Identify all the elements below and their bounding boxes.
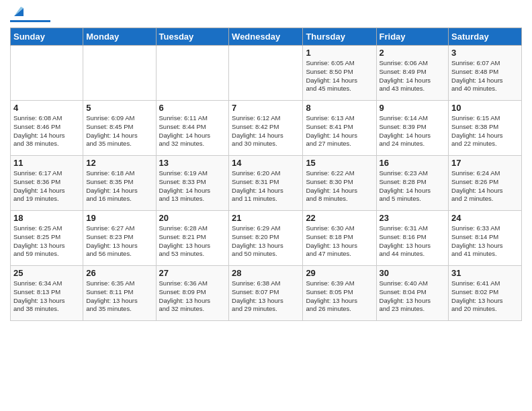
day-info: Sunrise: 6:40 AM Sunset: 8:04 PM Dayligh… xyxy=(380,279,446,314)
col-header-saturday: Saturday xyxy=(449,28,522,46)
day-cell-empty xyxy=(229,46,303,101)
day-cell-19: 19Sunrise: 6:27 AM Sunset: 8:23 PM Dayli… xyxy=(83,211,156,266)
day-cell-17: 17Sunrise: 6:24 AM Sunset: 8:26 PM Dayli… xyxy=(449,156,522,211)
day-info: Sunrise: 6:31 AM Sunset: 8:16 PM Dayligh… xyxy=(380,224,446,259)
col-header-thursday: Thursday xyxy=(303,28,376,46)
calendar-table: SundayMondayTuesdayWednesdayThursdayFrid… xyxy=(10,28,522,321)
day-number: 9 xyxy=(380,103,446,113)
day-number: 14 xyxy=(232,158,300,168)
day-cell-4: 4Sunrise: 6:08 AM Sunset: 8:46 PM Daylig… xyxy=(11,101,83,156)
day-cell-26: 26Sunrise: 6:35 AM Sunset: 8:11 PM Dayli… xyxy=(83,266,156,321)
day-info: Sunrise: 6:29 AM Sunset: 8:20 PM Dayligh… xyxy=(232,224,300,259)
day-number: 17 xyxy=(451,158,519,168)
day-number: 25 xyxy=(13,268,80,278)
day-info: Sunrise: 6:24 AM Sunset: 8:26 PM Dayligh… xyxy=(451,169,519,203)
logo xyxy=(10,7,50,22)
day-cell-24: 24Sunrise: 6:33 AM Sunset: 8:14 PM Dayli… xyxy=(449,211,522,266)
day-info: Sunrise: 6:41 AM Sunset: 8:02 PM Dayligh… xyxy=(451,279,519,314)
day-cell-12: 12Sunrise: 6:18 AM Sunset: 8:35 PM Dayli… xyxy=(83,156,156,211)
day-number: 6 xyxy=(159,103,226,113)
day-info: Sunrise: 6:23 AM Sunset: 8:28 PM Dayligh… xyxy=(380,169,446,203)
day-number: 19 xyxy=(86,213,152,223)
day-number: 5 xyxy=(86,103,152,113)
day-cell-3: 3Sunrise: 6:07 AM Sunset: 8:48 PM Daylig… xyxy=(449,46,522,101)
day-cell-27: 27Sunrise: 6:36 AM Sunset: 8:09 PM Dayli… xyxy=(156,266,229,321)
day-number: 31 xyxy=(451,268,519,278)
day-number: 24 xyxy=(451,213,519,223)
day-cell-25: 25Sunrise: 6:34 AM Sunset: 8:13 PM Dayli… xyxy=(11,266,83,321)
week-row-3: 11Sunrise: 6:17 AM Sunset: 8:36 PM Dayli… xyxy=(11,156,522,211)
day-number: 30 xyxy=(380,268,446,278)
day-number: 29 xyxy=(306,268,373,278)
day-number: 21 xyxy=(232,213,300,223)
day-cell-2: 2Sunrise: 6:06 AM Sunset: 8:49 PM Daylig… xyxy=(376,46,449,101)
day-cell-empty xyxy=(11,46,83,101)
day-number: 20 xyxy=(159,213,226,223)
day-number: 22 xyxy=(306,213,373,223)
day-info: Sunrise: 6:27 AM Sunset: 8:23 PM Dayligh… xyxy=(86,224,152,259)
day-cell-18: 18Sunrise: 6:25 AM Sunset: 8:25 PM Dayli… xyxy=(11,211,83,266)
page: SundayMondayTuesdayWednesdayThursdayFrid… xyxy=(0,0,532,411)
day-number: 23 xyxy=(380,213,446,223)
day-info: Sunrise: 6:36 AM Sunset: 8:09 PM Dayligh… xyxy=(159,279,226,314)
day-number: 28 xyxy=(232,268,300,278)
day-cell-20: 20Sunrise: 6:28 AM Sunset: 8:21 PM Dayli… xyxy=(156,211,229,266)
day-info: Sunrise: 6:39 AM Sunset: 8:05 PM Dayligh… xyxy=(306,279,373,314)
day-number: 4 xyxy=(13,103,80,113)
day-cell-empty xyxy=(156,46,229,101)
col-header-tuesday: Tuesday xyxy=(156,28,229,46)
day-cell-29: 29Sunrise: 6:39 AM Sunset: 8:05 PM Dayli… xyxy=(303,266,376,321)
col-header-friday: Friday xyxy=(376,28,449,46)
day-number: 10 xyxy=(451,103,519,113)
day-info: Sunrise: 6:28 AM Sunset: 8:21 PM Dayligh… xyxy=(159,224,226,259)
day-number: 18 xyxy=(13,213,80,223)
day-number: 13 xyxy=(159,158,226,168)
day-info: Sunrise: 6:25 AM Sunset: 8:25 PM Dayligh… xyxy=(13,224,80,259)
day-info: Sunrise: 6:05 AM Sunset: 8:50 PM Dayligh… xyxy=(306,59,373,93)
day-info: Sunrise: 6:11 AM Sunset: 8:44 PM Dayligh… xyxy=(159,114,226,148)
day-info: Sunrise: 6:15 AM Sunset: 8:38 PM Dayligh… xyxy=(451,114,519,148)
day-info: Sunrise: 6:18 AM Sunset: 8:35 PM Dayligh… xyxy=(86,169,152,203)
day-info: Sunrise: 6:35 AM Sunset: 8:11 PM Dayligh… xyxy=(86,279,152,314)
day-cell-28: 28Sunrise: 6:38 AM Sunset: 8:07 PM Dayli… xyxy=(229,266,303,321)
header xyxy=(10,7,522,22)
day-cell-5: 5Sunrise: 6:09 AM Sunset: 8:45 PM Daylig… xyxy=(83,101,156,156)
day-number: 2 xyxy=(380,48,446,58)
day-info: Sunrise: 6:33 AM Sunset: 8:14 PM Dayligh… xyxy=(451,224,519,259)
day-cell-31: 31Sunrise: 6:41 AM Sunset: 8:02 PM Dayli… xyxy=(449,266,522,321)
day-cell-11: 11Sunrise: 6:17 AM Sunset: 8:36 PM Dayli… xyxy=(11,156,83,211)
day-cell-30: 30Sunrise: 6:40 AM Sunset: 8:04 PM Dayli… xyxy=(376,266,449,321)
day-cell-9: 9Sunrise: 6:14 AM Sunset: 8:39 PM Daylig… xyxy=(376,101,449,156)
day-number: 11 xyxy=(13,158,80,168)
day-cell-23: 23Sunrise: 6:31 AM Sunset: 8:16 PM Dayli… xyxy=(376,211,449,266)
day-info: Sunrise: 6:08 AM Sunset: 8:46 PM Dayligh… xyxy=(13,114,80,148)
col-header-sunday: Sunday xyxy=(11,28,83,46)
day-info: Sunrise: 6:30 AM Sunset: 8:18 PM Dayligh… xyxy=(306,224,373,259)
day-info: Sunrise: 6:17 AM Sunset: 8:36 PM Dayligh… xyxy=(13,169,80,203)
day-cell-14: 14Sunrise: 6:20 AM Sunset: 8:31 PM Dayli… xyxy=(229,156,303,211)
col-header-wednesday: Wednesday xyxy=(229,28,303,46)
col-header-monday: Monday xyxy=(83,28,156,46)
day-cell-15: 15Sunrise: 6:22 AM Sunset: 8:30 PM Dayli… xyxy=(303,156,376,211)
day-number: 7 xyxy=(232,103,300,113)
week-row-2: 4Sunrise: 6:08 AM Sunset: 8:46 PM Daylig… xyxy=(11,101,522,156)
day-info: Sunrise: 6:14 AM Sunset: 8:39 PM Dayligh… xyxy=(380,114,446,148)
week-row-1: 1Sunrise: 6:05 AM Sunset: 8:50 PM Daylig… xyxy=(11,46,522,101)
day-info: Sunrise: 6:07 AM Sunset: 8:48 PM Dayligh… xyxy=(451,59,519,93)
day-cell-8: 8Sunrise: 6:13 AM Sunset: 8:41 PM Daylig… xyxy=(303,101,376,156)
day-cell-16: 16Sunrise: 6:23 AM Sunset: 8:28 PM Dayli… xyxy=(376,156,449,211)
calendar-header-row: SundayMondayTuesdayWednesdayThursdayFrid… xyxy=(11,28,522,46)
day-info: Sunrise: 6:38 AM Sunset: 8:07 PM Dayligh… xyxy=(232,279,300,314)
day-info: Sunrise: 6:12 AM Sunset: 8:42 PM Dayligh… xyxy=(232,114,300,148)
week-row-4: 18Sunrise: 6:25 AM Sunset: 8:25 PM Dayli… xyxy=(11,211,522,266)
logo-underline xyxy=(10,20,50,22)
day-cell-10: 10Sunrise: 6:15 AM Sunset: 8:38 PM Dayli… xyxy=(449,101,522,156)
day-info: Sunrise: 6:19 AM Sunset: 8:33 PM Dayligh… xyxy=(159,169,226,203)
day-cell-empty xyxy=(83,46,156,101)
day-info: Sunrise: 6:13 AM Sunset: 8:41 PM Dayligh… xyxy=(306,114,373,148)
day-number: 3 xyxy=(451,48,519,58)
day-number: 16 xyxy=(380,158,446,168)
logo-icon xyxy=(11,4,26,19)
day-number: 12 xyxy=(86,158,152,168)
week-row-5: 25Sunrise: 6:34 AM Sunset: 8:13 PM Dayli… xyxy=(11,266,522,321)
